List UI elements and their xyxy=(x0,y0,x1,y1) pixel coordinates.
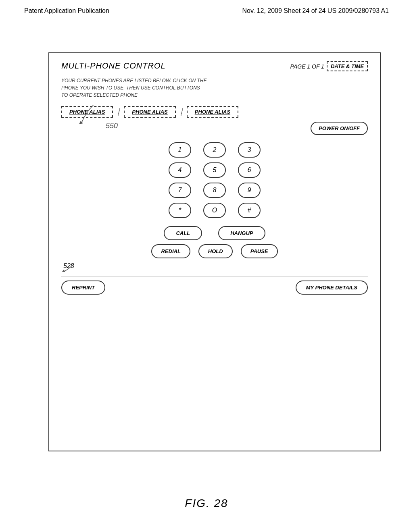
key-9[interactable]: 9 xyxy=(238,183,261,198)
pub-label: Patent Application Publication xyxy=(24,7,109,15)
hangup-button[interactable]: HANGUP xyxy=(218,226,265,240)
hold-button[interactable]: HOLD xyxy=(198,244,233,258)
secondary-action-row: REDIAL HOLD PAUSE xyxy=(61,244,368,258)
date-time-box[interactable]: DATE & TIME xyxy=(327,61,368,71)
label-528-area: 528 xyxy=(61,262,368,270)
svg-marker-0 xyxy=(79,121,83,124)
reprint-button[interactable]: REPRINT xyxy=(61,281,105,295)
fig-label: FIG. 28 xyxy=(185,497,228,510)
key-6[interactable]: 6 xyxy=(238,162,261,178)
key-8[interactable]: 8 xyxy=(203,183,226,198)
label-528-arrow xyxy=(61,262,86,274)
power-button[interactable]: POWER ON/OFF xyxy=(311,122,368,135)
pub-info: Nov. 12, 2009 Sheet 24 of 24 US 2009/028… xyxy=(242,7,389,15)
key-5[interactable]: 5 xyxy=(203,162,226,178)
my-phone-details-button[interactable]: MY PHONE DETAILS xyxy=(296,281,368,295)
callout-number-area: 550 xyxy=(81,122,118,130)
page-info-area: PAGE 1 OF 1 DATE & TIME xyxy=(290,61,368,71)
instruction-text: YOUR CURRENT PHONES ARE LISTED BELOW. CL… xyxy=(61,77,368,99)
main-container: MULTI-PHONE CONTROL PAGE 1 OF 1 DATE & T… xyxy=(48,52,381,451)
key-4[interactable]: 4 xyxy=(169,162,191,178)
phone-alias-2[interactable]: PHONE ALIAS xyxy=(124,106,175,118)
call-button[interactable]: CALL xyxy=(164,226,202,240)
keypad-row-3: 7 8 9 xyxy=(169,183,261,198)
call-hangup-row: CALL HANGUP xyxy=(61,226,368,240)
key-3[interactable]: 3 xyxy=(238,142,261,158)
key-hash[interactable]: # xyxy=(238,203,261,218)
keypad-row-1: 1 2 3 xyxy=(169,142,261,158)
keypad-row-2: 4 5 6 xyxy=(169,162,261,178)
phone-alias-3[interactable]: PHONE ALIAS xyxy=(187,106,238,118)
keypad-row-4: * O # xyxy=(169,203,261,218)
page-info-text: PAGE 1 OF 1 xyxy=(290,63,324,70)
ui-title: MULTI-PHONE CONTROL xyxy=(61,61,166,71)
key-star[interactable]: * xyxy=(169,203,191,218)
separator-1: ┊ xyxy=(116,108,121,116)
callout-arrow xyxy=(77,105,110,125)
key-0[interactable]: O xyxy=(203,203,226,218)
redial-button[interactable]: REDIAL xyxy=(151,244,190,258)
ui-header: MULTI-PHONE CONTROL PAGE 1 OF 1 DATE & T… xyxy=(61,61,368,71)
key-7[interactable]: 7 xyxy=(169,183,191,198)
keypad-area: 1 2 3 4 5 6 7 8 9 * O # xyxy=(61,142,368,218)
pause-button[interactable]: PAUSE xyxy=(241,244,278,258)
key-2[interactable]: 2 xyxy=(203,142,226,158)
divider-line xyxy=(61,276,368,276)
key-1[interactable]: 1 xyxy=(169,142,191,158)
page-header: Patent Application Publication Nov. 12, … xyxy=(0,0,413,15)
bottom-action-row: REPRINT MY PHONE DETAILS xyxy=(61,281,368,295)
separator-2: ┊ xyxy=(179,108,184,116)
callout-area: 550 POWER ON/OFF xyxy=(61,122,368,135)
